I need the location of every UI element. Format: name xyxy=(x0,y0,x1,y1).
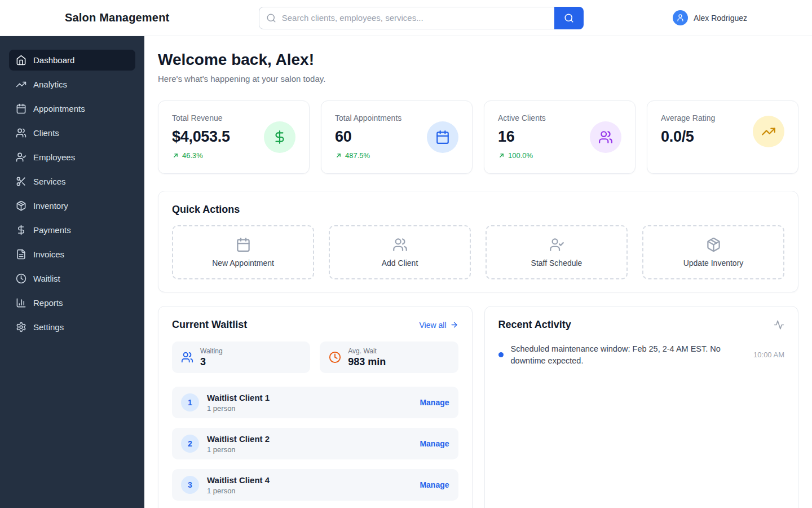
position-badge: 2 xyxy=(181,435,199,453)
sidebar-item-label: Waitlist xyxy=(33,274,60,283)
stat-label: Average Rating xyxy=(661,113,715,122)
sidebar-item-dashboard[interactable]: Dashboard xyxy=(9,50,135,71)
clock-icon xyxy=(16,273,27,284)
sidebar-item-invoices[interactable]: Invoices xyxy=(9,244,135,265)
quick-actions-section: Quick Actions New Appointment Add Client… xyxy=(158,191,798,292)
file-text-icon xyxy=(16,249,27,260)
sidebar-item-settings[interactable]: Settings xyxy=(9,317,135,338)
stat-change: 100.0% xyxy=(508,151,533,160)
stat-label: Total Appointments xyxy=(335,113,401,122)
search-button[interactable] xyxy=(554,7,584,29)
sidebar-item-analytics[interactable]: Analytics xyxy=(9,74,135,95)
sidebar-item-payments[interactable]: Payments xyxy=(9,220,135,240)
user-name: Alex Rodriguez xyxy=(694,14,747,23)
users-icon xyxy=(16,128,27,138)
user-check-icon xyxy=(16,152,27,163)
dollar-icon xyxy=(272,130,287,144)
action-label: New Appointment xyxy=(212,259,274,268)
sidebar-item-services[interactable]: Services xyxy=(9,171,135,192)
section-title: Recent Activity xyxy=(498,319,571,331)
party-size: 1 person xyxy=(207,487,412,495)
action-label: Staff Schedule xyxy=(531,259,582,268)
stat-value: 60 xyxy=(335,128,401,146)
page-title: Welcome back, Alex! xyxy=(158,51,798,69)
client-name: Waitlist Client 1 xyxy=(207,393,412,402)
position-badge: 3 xyxy=(181,476,199,494)
search-icon xyxy=(266,13,276,23)
scissors-icon xyxy=(16,176,27,187)
waitlist-row: 1 Waitlist Client 1 1 person Manage xyxy=(172,387,458,418)
stat-card-total-revenue: Total Revenue $4,053.5 46.3% xyxy=(158,100,310,174)
stat-card-average-rating: Average Rating 0.0/5 xyxy=(647,100,798,174)
stat-label: Total Revenue xyxy=(172,113,230,122)
section-title: Quick Actions xyxy=(172,204,784,216)
activity-icon xyxy=(774,319,784,330)
new-appointment-button[interactable]: New Appointment xyxy=(172,225,314,279)
view-all-link[interactable]: View all xyxy=(420,321,458,330)
activity-timestamp: 10:00 AM xyxy=(753,351,784,359)
trend-up-icon xyxy=(172,152,179,159)
section-title: Current Waitlist xyxy=(172,319,247,331)
sidebar-item-label: Payments xyxy=(33,225,71,235)
action-label: Add Client xyxy=(382,259,418,268)
waitlist-waiting-stat: Waiting 3 xyxy=(172,341,310,373)
client-name: Waitlist Client 4 xyxy=(207,475,412,485)
position-badge: 1 xyxy=(181,393,199,411)
home-icon xyxy=(16,55,27,65)
calendar-icon xyxy=(16,103,27,114)
sidebar-item-label: Inventory xyxy=(33,201,68,211)
sidebar-item-label: Settings xyxy=(33,322,64,332)
app-title: Salon Management xyxy=(65,11,169,24)
sidebar-item-label: Reports xyxy=(33,298,63,308)
sidebar-item-label: Employees xyxy=(33,152,75,162)
client-name: Waitlist Client 2 xyxy=(207,434,412,444)
sidebar-item-appointments[interactable]: Appointments xyxy=(9,98,135,119)
user-icon xyxy=(676,14,685,22)
manage-link[interactable]: Manage xyxy=(420,398,449,407)
page-subtitle: Here's what's happening at your salon to… xyxy=(158,74,798,84)
user-menu[interactable]: Alex Rodriguez xyxy=(673,10,747,25)
add-client-button[interactable]: Add Client xyxy=(329,225,471,279)
sidebar-item-label: Analytics xyxy=(33,80,67,89)
activity-text: Scheduled maintenance window: Feb 25, 2-… xyxy=(511,343,747,366)
sidebar-item-label: Clients xyxy=(33,128,59,138)
stat-value: $4,053.5 xyxy=(172,128,230,146)
stat-change: 46.3% xyxy=(182,151,203,160)
clock-icon xyxy=(329,351,341,364)
sidebar-item-employees[interactable]: Employees xyxy=(9,147,135,168)
manage-link[interactable]: Manage xyxy=(420,439,449,448)
current-waitlist-section: Current Waitlist View all Waiting 3 xyxy=(158,306,473,508)
calendar-icon xyxy=(236,237,251,252)
waitlist-avg-wait-stat: Avg. Wait 983 min xyxy=(320,341,458,373)
user-check-icon xyxy=(549,237,564,252)
activity-dot xyxy=(498,352,504,357)
sidebar-item-label: Invoices xyxy=(33,249,64,259)
sidebar-item-label: Dashboard xyxy=(33,55,74,65)
waitlist-row: 3 Waitlist Client 4 1 person Manage xyxy=(172,469,458,501)
update-inventory-button[interactable]: Update Inventory xyxy=(642,225,784,279)
sidebar-item-clients[interactable]: Clients xyxy=(9,122,135,143)
activity-item: Scheduled maintenance window: Feb 25, 2-… xyxy=(498,343,785,366)
search-input[interactable] xyxy=(259,7,554,29)
arrow-right-icon xyxy=(450,321,458,329)
avatar xyxy=(673,10,688,25)
recent-activity-section: Recent Activity Scheduled maintenance wi… xyxy=(484,306,799,508)
trending-up-icon xyxy=(761,124,776,139)
stats-grid: Total Revenue $4,053.5 46.3% Total Appoi… xyxy=(158,100,798,174)
trend-up-icon xyxy=(498,152,505,159)
calendar-icon xyxy=(435,130,450,144)
action-label: Update Inventory xyxy=(683,259,744,268)
users-icon xyxy=(598,130,613,144)
stat-card-total-appointments: Total Appointments 60 487.5% xyxy=(321,100,473,174)
manage-link[interactable]: Manage xyxy=(420,480,449,489)
gear-icon xyxy=(16,322,27,332)
sidebar-item-waitlist[interactable]: Waitlist xyxy=(9,268,135,289)
staff-schedule-button[interactable]: Staff Schedule xyxy=(486,225,628,279)
stat-label: Avg. Wait xyxy=(348,347,386,355)
sidebar-item-reports[interactable]: Reports xyxy=(9,292,135,313)
party-size: 1 person xyxy=(207,445,412,454)
package-icon xyxy=(706,237,721,252)
stat-label: Active Clients xyxy=(498,113,546,122)
waitlist-row: 2 Waitlist Client 2 1 person Manage xyxy=(172,428,458,459)
sidebar-item-inventory[interactable]: Inventory xyxy=(9,195,135,216)
